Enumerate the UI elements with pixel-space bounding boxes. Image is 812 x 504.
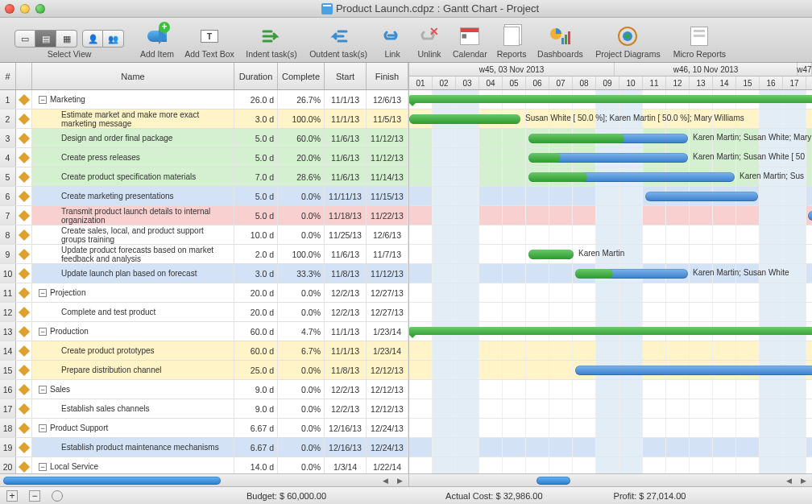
table-row[interactable]: 8Create sales, local, and product suppor… [0, 225, 408, 245]
cell-finish[interactable]: 12/12/13 [367, 361, 408, 379]
col-duration[interactable]: Duration [234, 63, 278, 89]
collapse-icon[interactable]: − [39, 424, 47, 432]
cell-start[interactable]: 11/8/13 [325, 361, 367, 379]
cell-duration[interactable]: 60.0 d [234, 341, 278, 360]
cell-start[interactable]: 11/6/13 [325, 148, 367, 167]
cell-complete[interactable]: 60.0% [278, 129, 325, 147]
collapse-icon[interactable]: − [39, 289, 47, 297]
cell-start[interactable]: 11/1/13 [325, 90, 367, 109]
edit-cell[interactable] [16, 167, 32, 186]
gantt-row[interactable] [409, 380, 812, 399]
zoom-button[interactable] [35, 4, 45, 14]
task-name[interactable]: −Sales [32, 380, 234, 399]
edit-cell[interactable] [16, 419, 32, 437]
cell-complete[interactable]: 0.0% [278, 206, 325, 225]
task-name[interactable]: Create sales, local, and product support… [32, 225, 234, 244]
close-button[interactable] [5, 4, 14, 14]
gantt-row[interactable] [409, 90, 812, 109]
edit-cell[interactable] [16, 264, 32, 283]
gantt-row[interactable]: Susan White [ 50.0 %]; Karen Martin [ 50… [409, 109, 812, 129]
task-name[interactable]: −Local Service [32, 457, 234, 473]
cell-start[interactable]: 12/2/13 [325, 380, 367, 399]
calendar-button[interactable]: ▦ Calendar [450, 20, 491, 59]
scroll-left-icon[interactable]: ◀ [379, 475, 391, 486]
edit-cell[interactable] [16, 129, 32, 147]
cell-complete[interactable]: 0.0% [278, 380, 325, 399]
cell-start[interactable]: 12/2/13 [325, 399, 367, 418]
gantt-row[interactable]: Karen Martin; Susan White [409, 264, 812, 283]
col-number[interactable]: # [0, 63, 16, 89]
col-finish[interactable]: Finish [367, 63, 408, 89]
person-filter-segment[interactable]: 👤 👥 [82, 30, 124, 48]
table-row[interactable]: 4Create press releases5.0 d20.0%11/6/131… [0, 148, 408, 167]
cell-finish[interactable]: 1/23/14 [367, 341, 408, 360]
cell-duration[interactable]: 26.0 d [234, 90, 278, 109]
task-name[interactable]: Establish sales channels [32, 399, 234, 418]
gantt-task-bar[interactable] [645, 192, 758, 201]
cell-duration[interactable]: 5.0 d [234, 129, 278, 147]
remove-row-button[interactable]: − [29, 490, 40, 502]
cell-duration[interactable]: 7.0 d [234, 167, 278, 186]
gantt-row[interactable] [409, 187, 812, 206]
edit-cell[interactable] [16, 283, 32, 302]
edit-cell[interactable] [16, 245, 32, 263]
scroll-left-icon[interactable]: ◀ [783, 475, 794, 486]
gantt-task-bar[interactable]: Karen Martin [528, 250, 574, 259]
table-row[interactable]: 13−Production60.0 d4.7%11/1/131/23/14 [0, 322, 408, 341]
gantt-row[interactable] [409, 283, 812, 303]
table-row[interactable]: 20−Local Service14.0 d0.0%1/3/141/22/14 [0, 457, 408, 473]
reports-button[interactable]: Reports [494, 20, 530, 59]
edit-cell[interactable] [16, 322, 32, 341]
task-name[interactable]: Update product forecasts based on market… [32, 245, 234, 263]
task-name[interactable]: Create product prototypes [32, 341, 234, 360]
edit-cell[interactable] [16, 399, 32, 418]
gantt-task-bar[interactable] [808, 211, 812, 221]
cell-start[interactable]: 11/1/13 [325, 341, 367, 360]
person-multi-icon[interactable]: 👥 [103, 30, 124, 48]
cell-finish[interactable]: 11/22/13 [367, 206, 408, 225]
gantt-row[interactable] [409, 341, 812, 361]
view-mode-segment[interactable]: ▭ ▤ ▦ [14, 30, 77, 48]
table-row[interactable]: 3Design and order final package5.0 d60.0… [0, 129, 408, 148]
cell-finish[interactable]: 11/7/13 [367, 245, 408, 263]
table-row[interactable]: 7Transmit product launch details to inte… [0, 206, 408, 225]
cell-finish[interactable]: 12/12/13 [367, 380, 408, 399]
cell-start[interactable]: 11/6/13 [325, 167, 367, 186]
cell-complete[interactable]: 4.7% [278, 322, 325, 341]
gantt-row[interactable]: Karen Martin [409, 245, 812, 264]
table-row[interactable]: 14Create product prototypes60.0 d6.7%11/… [0, 341, 408, 361]
task-name[interactable]: Establish product maintenance mechanisms [32, 438, 234, 456]
table-row[interactable]: 15Prepare distribution channel25.0 d0.0%… [0, 361, 408, 380]
edit-cell[interactable] [16, 90, 32, 109]
cell-start[interactable]: 12/2/13 [325, 303, 367, 321]
edit-cell[interactable] [16, 225, 32, 244]
cell-duration[interactable]: 5.0 d [234, 206, 278, 225]
collapse-icon[interactable]: − [39, 463, 47, 471]
project-diagrams-button[interactable]: Project Diagrams [590, 20, 665, 59]
table-row[interactable]: 18−Product Support6.67 d0.0%12/16/1312/2… [0, 419, 408, 438]
gantt-row[interactable] [409, 322, 812, 341]
cell-finish[interactable]: 11/12/13 [367, 129, 408, 147]
view-mode-2[interactable]: ▤ [35, 30, 56, 48]
collapse-icon[interactable]: − [39, 386, 47, 394]
indent-button[interactable]: Indent task(s) [242, 20, 301, 59]
cell-complete[interactable]: 28.6% [278, 167, 325, 186]
table-hscroll[interactable]: ◀ ▶ [0, 473, 408, 486]
cell-duration[interactable]: 2.0 d [234, 245, 278, 263]
table-row[interactable]: 16−Sales9.0 d0.0%12/2/1312/12/13 [0, 380, 408, 399]
cell-duration[interactable]: 20.0 d [234, 303, 278, 321]
collapse-icon[interactable]: − [39, 328, 47, 336]
table-row[interactable]: 19Establish product maintenance mechanis… [0, 438, 408, 457]
cell-complete[interactable]: 33.3% [278, 264, 325, 283]
dashboards-button[interactable]: Dashboards [532, 20, 587, 59]
cell-duration[interactable]: 9.0 d [234, 399, 278, 418]
cell-start[interactable]: 11/11/13 [325, 187, 367, 205]
gantt-row[interactable] [409, 457, 812, 473]
cell-complete[interactable]: 100.0% [278, 245, 325, 263]
col-start[interactable]: Start [325, 63, 367, 89]
person-single-icon[interactable]: 👤 [82, 30, 103, 48]
gantt-row[interactable] [409, 419, 812, 438]
edit-cell[interactable] [16, 361, 32, 379]
cell-complete[interactable]: 0.0% [278, 438, 325, 456]
edit-cell[interactable] [16, 148, 32, 167]
